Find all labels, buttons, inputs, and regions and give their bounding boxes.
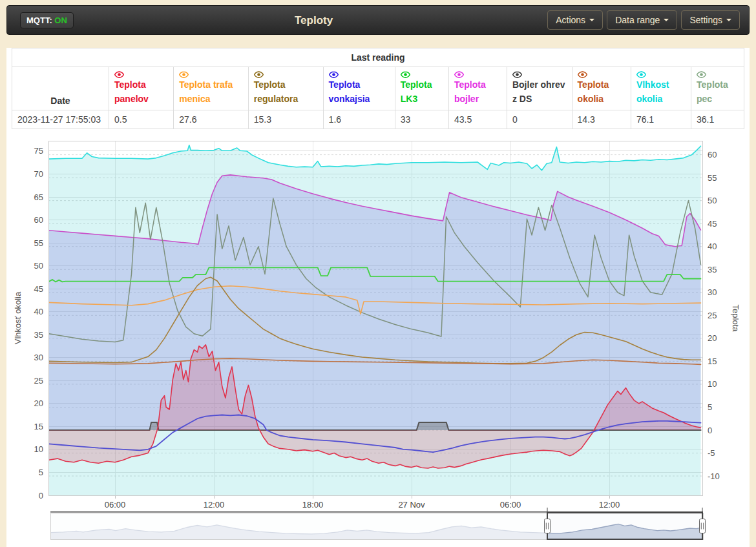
y-left-tick: 25 <box>34 376 43 386</box>
value-teplota-lk3: 33 <box>395 110 448 129</box>
y-left-tick: 0 <box>39 491 43 501</box>
y-left-tick: 45 <box>34 284 43 294</box>
column-label: Teplota LK3 <box>401 79 432 104</box>
y-right-tick: -10 <box>708 471 720 481</box>
mqtt-status: ON <box>54 15 67 25</box>
navigator-mask-left[interactable] <box>50 513 547 539</box>
column-header-teplota-trafa-menica[interactable]: Teplota trafa menica <box>174 67 249 110</box>
content: Last reading Date Teplota panelovTeplota… <box>6 48 750 547</box>
y-left-tick: 5 <box>39 468 43 477</box>
eye-icon <box>329 71 339 78</box>
y-left-tick: 50 <box>34 262 43 271</box>
value-teplota-regulatora: 15.3 <box>248 110 323 129</box>
last-reading-table: Last reading Date Teplota panelovTeplota… <box>12 48 744 129</box>
y-left-tick: 65 <box>34 192 43 202</box>
value-teplota-bojler: 43.5 <box>448 110 507 129</box>
y-left-tick: 15 <box>34 422 43 431</box>
caret-down-icon <box>589 19 594 21</box>
date-cell: 2023-11-27 17:55:03 <box>12 110 109 129</box>
value-vlhkost-okolia: 76.1 <box>631 110 691 129</box>
y-right-tick: 30 <box>708 288 717 298</box>
y-right-tick: 5 <box>708 402 712 412</box>
data-range-menu-button[interactable]: Data range <box>607 10 677 30</box>
value-bojler-ohrev-z-ds: 0 <box>507 110 572 129</box>
y-right-tick: 20 <box>708 334 717 344</box>
column-header-vlhkost-okolia[interactable]: Vlhkost okolia <box>631 67 691 110</box>
value-teplota-pec: 36.1 <box>691 110 744 129</box>
column-label: Teplota trafa menica <box>179 79 233 104</box>
column-label: Teplota regulatora <box>254 79 298 104</box>
eye-icon <box>636 71 646 78</box>
y-right-tick: 50 <box>708 196 717 206</box>
column-header-teplota-pec[interactable]: Teplota pec <box>691 67 744 110</box>
y-left-tick: 55 <box>34 238 43 248</box>
column-label: Teplota pec <box>697 79 728 104</box>
x-tick: 06:00 <box>105 500 126 510</box>
y-right-tick: 55 <box>708 173 717 183</box>
caret-down-icon <box>726 19 731 21</box>
column-header-teplota-vonkajsia[interactable]: Teplota vonkajsia <box>323 67 395 110</box>
value-teplota-trafa-menica: 27.6 <box>174 110 249 129</box>
y-left-tick: 75 <box>34 147 43 156</box>
y-left-tick: 70 <box>34 169 43 179</box>
y-right-tick: 45 <box>708 219 717 229</box>
y-right-tick: -5 <box>708 448 715 458</box>
navbar: MQTT: ON Teploty ActionsData rangeSettin… <box>6 5 750 35</box>
eye-icon <box>454 71 464 78</box>
column-label: Teplota okolia <box>578 79 609 104</box>
settings-menu-button[interactable]: Settings <box>681 10 740 30</box>
mqtt-label: MQTT: <box>26 15 52 25</box>
x-tick: 06:00 <box>500 500 521 510</box>
menu-label: Settings <box>689 15 722 25</box>
eye-icon <box>179 71 189 78</box>
eye-icon <box>401 71 410 78</box>
nav-buttons: ActionsData rangeSettings <box>547 10 740 30</box>
chart-svg: 051015202530354045505560657075-10-505101… <box>12 135 744 547</box>
x-tick: 12:00 <box>204 500 225 510</box>
eye-icon <box>114 71 124 78</box>
menu-label: Actions <box>556 15 585 25</box>
y-right-tick: 15 <box>708 356 717 366</box>
y-right-tick: 10 <box>708 380 717 389</box>
y-left-tick: 20 <box>34 399 43 409</box>
eye-icon <box>578 71 587 78</box>
column-header-teplota-okolia[interactable]: Teplota okolia <box>572 67 631 110</box>
column-label: Bojler ohrev z DS <box>512 79 565 104</box>
column-label: Teplota bojler <box>454 79 486 104</box>
y-left-tick: 40 <box>34 307 43 317</box>
y-right-tick: 35 <box>708 265 717 274</box>
y-right-tick: 25 <box>708 311 717 320</box>
x-tick: 18:00 <box>302 500 324 510</box>
column-label: Teplota panelov <box>114 79 149 104</box>
eye-icon <box>512 71 522 78</box>
column-header-bojler-ohrev-z-ds[interactable]: Bojler ohrev z DS <box>507 67 572 110</box>
eye-icon <box>254 71 264 78</box>
column-header-teplota-panelov[interactable]: Teplota panelov <box>109 67 174 110</box>
x-tick: 27 Nov <box>398 500 425 510</box>
y-right-tick: 40 <box>708 242 717 252</box>
y-left-tick: 30 <box>34 353 43 363</box>
y-right-tick: 0 <box>708 426 712 435</box>
column-label: Vlhkost okolia <box>636 79 669 104</box>
column-header-teplota-regulatora[interactable]: Teplota regulatora <box>248 67 323 110</box>
value-teplota-panelov: 0.5 <box>109 110 174 129</box>
y-left-tick: 10 <box>34 445 43 455</box>
column-header-teplota-bojler[interactable]: Teplota bojler <box>448 67 507 110</box>
navigator[interactable] <box>50 508 705 539</box>
actions-menu-button[interactable]: Actions <box>547 10 603 30</box>
eye-icon <box>697 71 706 78</box>
y-left-tick: 35 <box>34 330 43 340</box>
series-group <box>49 145 701 495</box>
value-teplota-okolia: 14.3 <box>572 110 631 129</box>
y-right-tick: 60 <box>708 150 717 160</box>
table-title: Last reading <box>12 48 744 67</box>
column-label: Teplota vonkajsia <box>329 79 370 104</box>
y-right-axis-title: Teplota <box>731 305 740 333</box>
page: MQTT: ON Teploty ActionsData rangeSettin… <box>0 0 756 547</box>
caret-down-icon <box>664 19 669 21</box>
menu-label: Data range <box>615 15 660 25</box>
column-header-teplota-lk3[interactable]: Teplota LK3 <box>395 67 448 110</box>
x-tick: 12:00 <box>599 500 620 510</box>
value-teplota-vonkajsia: 1.6 <box>323 110 395 129</box>
mqtt-badge: MQTT: ON <box>20 12 74 28</box>
